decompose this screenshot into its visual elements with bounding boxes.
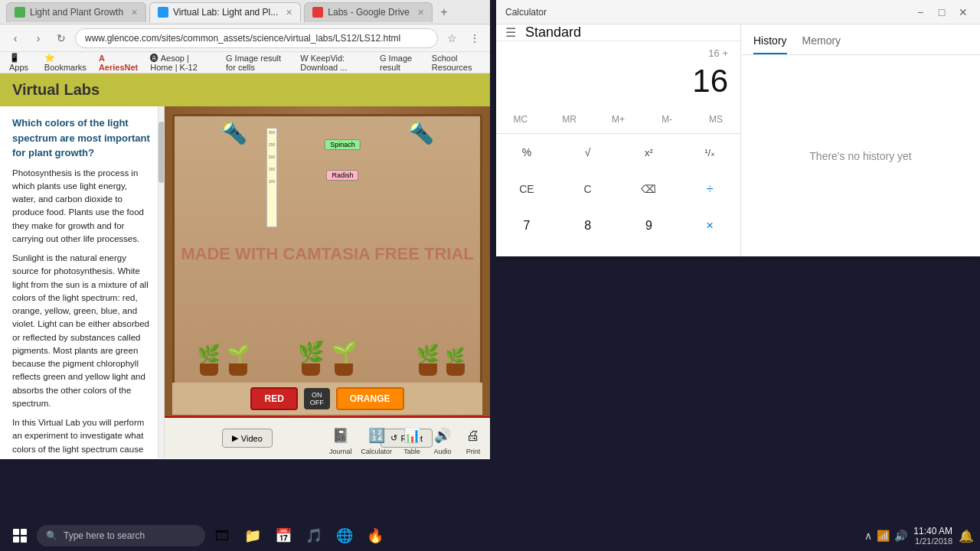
btn-sqrt[interactable]: √ — [557, 134, 619, 171]
tab-close-2[interactable]: ✕ — [286, 8, 292, 18]
back-button[interactable]: ‹ — [6, 29, 24, 47]
taskbar-calendar[interactable]: 📅 — [270, 522, 297, 549]
forward-button[interactable]: › — [29, 29, 47, 47]
bookmark-apps[interactable]: 📱 Apps — [6, 51, 35, 73]
bookmark-aesop-label: 🅐 Aesop | Home | K-12 — [150, 54, 214, 72]
system-icons: ∧ 📶 🔊 — [864, 530, 907, 542]
table-label: Table — [403, 448, 420, 455]
plant-2: 🌱 — [227, 345, 250, 376]
tab-close-3[interactable]: ✕ — [417, 8, 424, 18]
tab-light-plant[interactable]: Light and Plant Growth ✕ — [6, 2, 146, 22]
bookmark-google-cells-label: G Image result for cells — [226, 54, 288, 72]
taskbar-task-view[interactable]: 🗔 — [208, 522, 236, 549]
bookmark-google-cells[interactable]: G Image result for cells — [223, 52, 291, 73]
tab-history[interactable]: History — [753, 34, 787, 54]
notification-icon[interactable]: 🔔 — [959, 529, 974, 543]
btn-square[interactable]: x² — [619, 134, 680, 171]
taskbar-music[interactable]: 🎵 — [300, 522, 328, 549]
mem-mr[interactable]: MR — [545, 106, 594, 133]
minimize-button[interactable]: − — [913, 5, 928, 20]
virtual-labs-header: Virtual Labs — [0, 73, 490, 106]
mem-mplus[interactable]: M+ — [594, 106, 643, 133]
btn-ce[interactable]: CE — [496, 171, 557, 207]
tab-icon-3 — [312, 7, 323, 18]
tab-virtual-lab[interactable]: Virtual Lab: Light and Pl... ✕ — [149, 2, 301, 22]
plant-group-left: 🌿 🌱 — [198, 345, 250, 376]
table-tool[interactable]: 📊 Table — [401, 425, 423, 455]
bookmark-keepvid[interactable]: W KeepVid: Download ... — [297, 52, 371, 73]
pot-3 — [302, 364, 320, 376]
btn-8[interactable]: 8 — [557, 207, 619, 244]
btn-minus[interactable]: − — [679, 244, 740, 256]
bookmark-bookmarks[interactable]: ⭐ Bookmarks — [41, 51, 90, 73]
start-button[interactable] — [6, 522, 34, 549]
btn-percent[interactable]: % — [496, 134, 557, 171]
print-icon: 🖨 — [462, 425, 484, 446]
scrollbar[interactable] — [158, 106, 164, 458]
btn-5[interactable]: 5 — [557, 244, 619, 256]
virtual-labs-title: Virtual Labs — [12, 81, 100, 98]
mem-mminus[interactable]: M- — [642, 106, 691, 133]
control-area: RED ON OFF ORANGE — [172, 383, 482, 415]
tab-memory[interactable]: Memory — [802, 34, 841, 54]
pot-4 — [335, 364, 353, 376]
new-tab-button[interactable]: + — [436, 4, 452, 21]
system-clock[interactable]: 11:40 AM 1/21/2018 — [913, 526, 952, 546]
taskbar-browser[interactable]: 🌐 — [331, 522, 358, 549]
video-button[interactable]: ▶ Video — [222, 429, 273, 448]
close-button[interactable]: ✕ — [956, 5, 971, 20]
on-off-toggle[interactable]: ON OFF — [304, 388, 330, 409]
orange-button[interactable]: ORANGE — [336, 387, 404, 410]
print-label: Print — [466, 448, 481, 455]
hamburger-icon[interactable]: ☰ — [505, 25, 516, 40]
address-bar[interactable]: www.glencoe.com/sites/common_assets/scie… — [75, 28, 438, 48]
btn-multiply[interactable]: × — [679, 207, 740, 244]
bookmark-image[interactable]: G Image result — [377, 52, 423, 73]
tab-close-1[interactable]: ✕ — [131, 8, 138, 18]
lamp-left: 🔦 — [220, 120, 247, 145]
btn-6[interactable]: 6 — [619, 244, 680, 256]
network-icon[interactable]: 📶 — [877, 530, 890, 542]
clock-time: 11:40 AM — [913, 526, 952, 536]
volume-icon[interactable]: 🔊 — [894, 530, 907, 542]
refresh-button[interactable]: ↻ — [52, 29, 70, 47]
bookmark-button[interactable]: ☆ — [443, 29, 461, 47]
audio-tool[interactable]: 🔊 Audio — [432, 425, 453, 455]
calculator-tool[interactable]: 🔢 Calculator — [361, 425, 392, 455]
task-view-icon: 🗔 — [215, 528, 229, 544]
bookmark-aeries[interactable]: A AeriesNet — [96, 52, 141, 73]
search-icon: 🔍 — [46, 530, 57, 541]
calculator-window: Calculator − □ ✕ ☰ Standard 16 + 16 MC M… — [496, 0, 980, 256]
btn-divide[interactable]: ÷ — [679, 171, 740, 207]
mem-mc[interactable]: MC — [496, 106, 545, 133]
btn-c[interactable]: C — [557, 171, 619, 207]
mem-ms[interactable]: MS — [691, 106, 740, 133]
btn-backspace[interactable]: ⌫ — [619, 171, 680, 207]
btn-4[interactable]: 4 — [496, 244, 557, 256]
bookmark-apps-label: 📱 Apps — [9, 53, 32, 72]
journal-tool[interactable]: 📓 Journal — [329, 425, 352, 455]
menu-button[interactable]: ⋮ — [466, 29, 484, 47]
no-history-text: There's no history yet — [809, 150, 911, 162]
ruler: 300 250 200 150 100 — [266, 128, 277, 227]
scrollbar-thumb[interactable] — [158, 122, 165, 183]
audio-label: Audio — [433, 448, 451, 455]
red-button[interactable]: RED — [250, 387, 297, 410]
tab-google-drive[interactable]: Labs - Google Drive ✕ — [304, 2, 433, 22]
tab-label-1: Light and Plant Growth — [30, 7, 123, 18]
taskbar-file-explorer[interactable]: 📁 — [239, 522, 266, 549]
btn-reciprocal[interactable]: ¹/ₓ — [679, 134, 740, 171]
lab-para-3: In this Virtual Lab you will perform an … — [12, 416, 152, 458]
taskbar-app6[interactable]: 🔥 — [361, 522, 389, 549]
print-tool[interactable]: 🖨 Print — [462, 425, 484, 455]
bookmark-school[interactable]: School Resources — [429, 52, 484, 73]
bookmark-aesop[interactable]: 🅐 Aesop | Home | K-12 — [147, 52, 217, 73]
btn-7[interactable]: 7 — [496, 207, 557, 244]
btn-9[interactable]: 9 — [619, 207, 680, 244]
page-content: Virtual Labs Which colors of the light s… — [0, 73, 490, 459]
maximize-button[interactable]: □ — [934, 5, 949, 20]
chevron-up-icon[interactable]: ∧ — [864, 530, 872, 542]
plant-4: 🌱 — [331, 342, 358, 376]
plant-6: 🌿 — [446, 348, 465, 376]
taskbar-search[interactable]: 🔍 Type here to search — [37, 525, 205, 546]
